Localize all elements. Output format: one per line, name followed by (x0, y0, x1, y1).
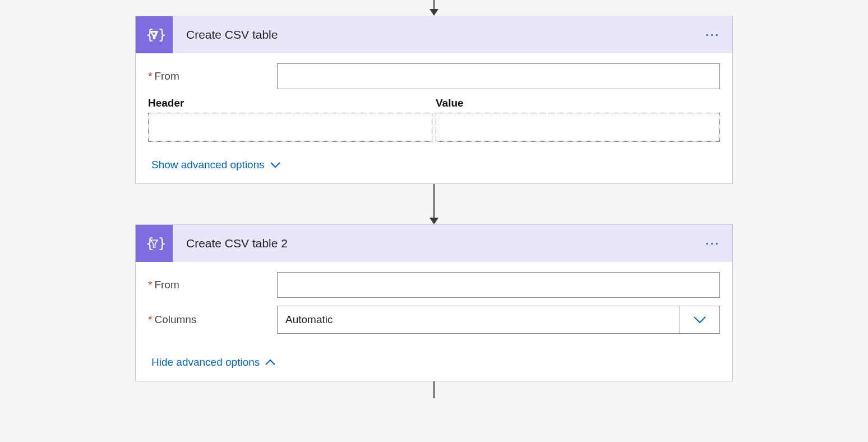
connector-arrow (433, 381, 435, 398)
hide-advanced-options-toggle[interactable]: Hide advanced options (148, 356, 275, 369)
from-field-row: * From (148, 272, 720, 298)
value-column-label: Value (436, 97, 720, 109)
action-card-create-csv-table-2[interactable]: { } Create CSV table 2 ··· * From * (135, 224, 733, 381)
ellipsis-icon: ··· (705, 29, 720, 41)
columns-field-row: * Columns Automatic (148, 306, 720, 334)
required-mark: * (148, 70, 152, 82)
card-body: * From Header Value Show advanced option… (136, 53, 732, 183)
required-mark: * (148, 314, 152, 326)
data-operations-icon: { } (136, 16, 173, 53)
header-column-label: Header (148, 97, 432, 109)
from-label: * From (148, 70, 277, 82)
from-label-text: From (154, 70, 179, 82)
from-input[interactable] (277, 272, 720, 298)
header-input[interactable] (148, 113, 432, 142)
advanced-toggle-label: Show advanced options (151, 159, 265, 171)
from-field-row: * From (148, 63, 720, 89)
card-body: * From * Columns Automatic (136, 262, 732, 381)
advanced-toggle-label: Hide advanced options (151, 356, 260, 369)
action-card-create-csv-table[interactable]: { } Create CSV table (135, 16, 733, 184)
columns-select[interactable]: Automatic (277, 306, 720, 334)
from-label: * From (148, 279, 277, 291)
columns-editor: Header Value (148, 97, 720, 142)
card-menu-button[interactable]: ··· (693, 237, 732, 250)
card-title: Create CSV table 2 (186, 237, 693, 250)
card-title: Create CSV table (186, 28, 693, 42)
from-input[interactable] (277, 63, 720, 89)
columns-label: * Columns (148, 314, 277, 326)
from-label-text: From (154, 279, 179, 291)
workflow-canvas: { } Create CSV table (0, 0, 868, 398)
card-header[interactable]: { } Create CSV table 2 ··· (136, 225, 732, 262)
chevron-down-icon (693, 316, 707, 324)
required-mark: * (148, 279, 152, 291)
data-operations-icon: { } (136, 225, 173, 262)
show-advanced-options-toggle[interactable]: Show advanced options (148, 159, 280, 171)
chevron-up-icon (265, 359, 275, 366)
value-input[interactable] (436, 113, 720, 142)
columns-label-text: Columns (154, 314, 196, 326)
card-header[interactable]: { } Create CSV table (136, 16, 732, 53)
svg-text:}: } (158, 27, 165, 43)
chevron-down-icon (270, 162, 280, 168)
svg-text:}: } (158, 236, 165, 251)
card-menu-button[interactable]: ··· (693, 29, 732, 42)
ellipsis-icon: ··· (705, 237, 720, 250)
columns-select-value: Automatic (277, 306, 680, 334)
connector-arrow (430, 0, 438, 16)
columns-select-chevron[interactable] (680, 306, 720, 334)
connector-arrow (430, 184, 438, 224)
